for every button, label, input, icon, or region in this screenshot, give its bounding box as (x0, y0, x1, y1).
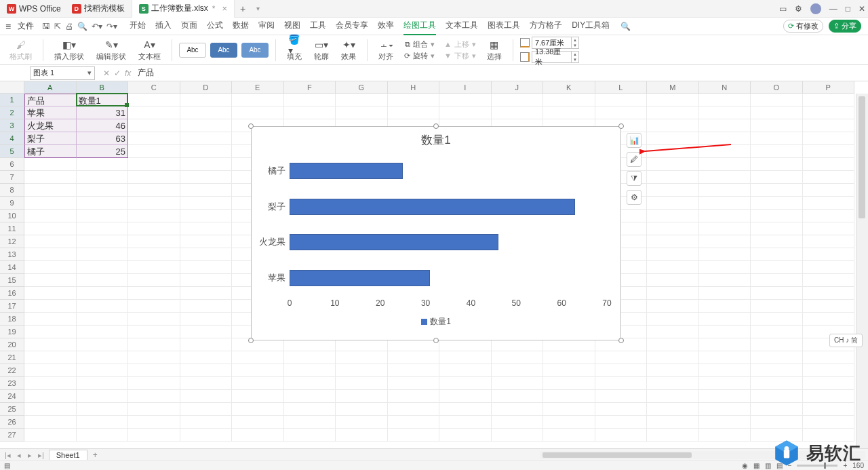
table-cell[interactable]: 火龙果 (24, 119, 77, 132)
qa-print-icon[interactable]: 🖨 (65, 22, 73, 31)
row-header[interactable]: 3 (0, 119, 24, 132)
share-button[interactable]: ⇪分享 (829, 20, 861, 33)
qa-export-icon[interactable]: ⇱ (54, 22, 61, 31)
chart-filter-button[interactable]: ⧩ (627, 171, 642, 186)
formula-input[interactable]: 产品 (134, 67, 868, 79)
row-header[interactable]: 22 (0, 364, 24, 377)
table-cell[interactable]: 橘子 (24, 145, 77, 158)
window-close-icon[interactable]: ✕ (859, 4, 865, 14)
ribbon-tab[interactable]: 审阅 (258, 17, 275, 35)
column-header[interactable]: A (24, 81, 77, 94)
chart-bar[interactable] (290, 199, 575, 215)
bring-forward-button[interactable]: ▲上移▾ (441, 39, 479, 50)
confirm-icon[interactable]: ✓ (114, 68, 121, 78)
text-box-button[interactable]: A▾ 文本框 (134, 37, 165, 63)
row-header[interactable]: 13 (0, 248, 24, 261)
zoom-in-icon[interactable]: + (843, 462, 847, 469)
table-cell[interactable]: 苹果 (24, 106, 77, 119)
ribbon-tab[interactable]: 效率 (378, 17, 394, 35)
sheet-first-icon[interactable]: |◂ (3, 451, 13, 459)
send-backward-button[interactable]: ▼下移▾ (441, 51, 479, 61)
ribbon-tab[interactable]: 工具 (310, 17, 326, 35)
spin-down-icon[interactable]: ▼ (572, 43, 578, 48)
table-cell[interactable]: 25 (77, 145, 129, 158)
width-input[interactable]: 13.38厘米▲▼ (532, 51, 579, 63)
tab-template-store[interactable]: D 找稻壳模板 (65, 0, 132, 18)
vertical-scrollbar[interactable] (856, 94, 868, 448)
chart-bar[interactable] (290, 270, 430, 286)
qa-undo-icon[interactable]: ↶▾ (92, 22, 102, 31)
ribbon-tab[interactable]: 绘图工具 (403, 17, 436, 35)
select-all-corner[interactable] (0, 81, 24, 94)
view-eye-icon[interactable]: ◉ (742, 462, 748, 469)
ribbon-tab[interactable]: 会员专享 (336, 17, 368, 35)
table-header-cell[interactable]: 产品 (24, 94, 77, 106)
ribbon-tab[interactable]: 数据 (233, 17, 249, 35)
spin-up-icon[interactable]: ▲ (572, 52, 578, 57)
burger-menu-icon[interactable]: ≡ (3, 21, 14, 32)
column-header[interactable]: G (336, 81, 388, 94)
zoom-value[interactable]: 160 (852, 462, 864, 469)
row-header[interactable]: 8 (0, 184, 24, 197)
tab-list-button[interactable]: ▾ (251, 5, 265, 12)
row-header[interactable]: 21 (0, 351, 24, 364)
row-header[interactable]: 1 (0, 94, 24, 106)
table-cell[interactable]: 31 (77, 106, 129, 119)
name-box-dropdown-icon[interactable]: ▾ (87, 68, 92, 77)
qa-redo-icon[interactable]: ↷▾ (106, 22, 117, 31)
shape-style-thumb[interactable]: Abc (179, 43, 206, 58)
row-header[interactable]: 12 (0, 235, 24, 248)
row-header[interactable]: 5 (0, 145, 24, 158)
row-header[interactable]: 23 (0, 377, 24, 390)
column-header[interactable]: F (284, 81, 336, 94)
table-cell[interactable]: 63 (77, 132, 129, 145)
sheet-add-button[interactable]: + (90, 450, 100, 460)
ribbon-tab[interactable]: 文本工具 (446, 17, 478, 35)
column-header[interactable]: N (699, 81, 751, 94)
row-header[interactable]: 16 (0, 287, 24, 300)
row-header[interactable]: 26 (0, 416, 24, 429)
effects-button[interactable]: ✦▾效果 (337, 37, 360, 63)
qa-save-icon[interactable]: 🖫 (42, 22, 50, 31)
spin-up-icon[interactable]: ▲ (572, 37, 578, 43)
column-header[interactable]: J (492, 81, 544, 94)
chart-elements-button[interactable]: 📊 (627, 133, 642, 148)
format-painter-button[interactable]: 🖌 格式刷 (5, 37, 36, 63)
rotate-button[interactable]: ⟳旋转▾ (401, 51, 437, 61)
column-header[interactable]: E (232, 81, 284, 94)
file-menu[interactable]: 文件 (15, 20, 37, 32)
resize-handle[interactable] (433, 338, 439, 343)
tab-close-icon[interactable]: × (222, 3, 227, 14)
resize-handle[interactable] (618, 123, 624, 129)
outline-button[interactable]: ▭▾轮廓 (310, 37, 333, 63)
spin-down-icon[interactable]: ▼ (572, 57, 578, 62)
zoom-slider[interactable] (797, 465, 837, 467)
column-header[interactable]: L (595, 81, 648, 94)
resize-handle[interactable] (618, 338, 624, 343)
sheet-prev-icon[interactable]: ◂ (15, 451, 23, 459)
sheet-next-icon[interactable]: ▸ (26, 451, 34, 459)
view-normal-icon[interactable]: ▦ (753, 462, 760, 469)
insert-shape-button[interactable]: ◧▾ 插入形状 (50, 37, 88, 63)
chart-plot-area[interactable]: 橘子梨子火龙果苹果 (290, 153, 607, 296)
window-compact-icon[interactable]: ▭ (779, 4, 787, 14)
column-header[interactable]: I (439, 81, 492, 94)
resize-handle[interactable] (248, 123, 254, 129)
sheet-tab[interactable]: Sheet1 (49, 450, 87, 460)
ribbon-tab[interactable]: 公式 (207, 17, 223, 35)
cancel-icon[interactable]: ✕ (103, 68, 110, 78)
shape-style-thumb[interactable]: Abc (210, 43, 237, 58)
cells-area[interactable]: 产品数量1苹果31火龙果46梨子63橘子25 数量1 橘子梨子火龙果苹果 010… (24, 94, 856, 448)
fill-button[interactable]: 🪣▾填充 (283, 37, 306, 63)
row-header[interactable]: 6 (0, 158, 24, 171)
column-header[interactable]: P (803, 81, 855, 94)
ribbon-tab[interactable]: 插入 (155, 17, 172, 35)
user-avatar-icon[interactable] (810, 3, 821, 14)
selection-pane-button[interactable]: ▦选择 (483, 37, 506, 63)
row-header[interactable]: 9 (0, 197, 24, 210)
column-header[interactable]: O (751, 81, 803, 94)
chart-bar[interactable] (290, 234, 498, 250)
ribbon-tab[interactable]: 页面 (181, 17, 197, 35)
row-header[interactable]: 17 (0, 300, 24, 313)
resize-handle[interactable] (248, 338, 254, 343)
